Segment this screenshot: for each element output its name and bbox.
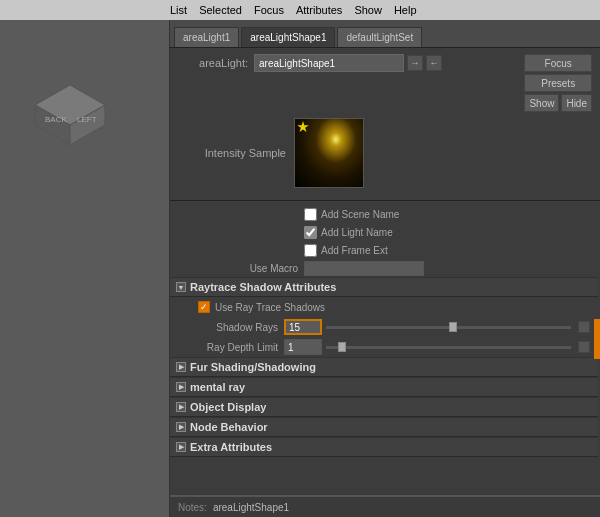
menu-show[interactable]: Show xyxy=(354,4,382,16)
show-button[interactable]: Show xyxy=(524,94,559,112)
main-layout: BACK LEFT areaLight1 areaLightShape1 def… xyxy=(0,20,600,517)
presets-button[interactable]: Presets xyxy=(524,74,592,92)
svg-text:BACK: BACK xyxy=(45,115,67,124)
notes-bar: Notes: areaLightShape1 xyxy=(170,495,600,517)
tab-arealightshape1[interactable]: areaLightShape1 xyxy=(241,27,335,47)
objdisplay-section-header[interactable]: ▶ Object Display xyxy=(170,397,598,417)
use-raytrace-row: Use Ray Trace Shadows xyxy=(170,297,598,317)
arrow-out-icon[interactable]: ← xyxy=(426,55,442,71)
add-light-name-checkbox[interactable] xyxy=(304,226,317,239)
intensity-row: Intensity Sample xyxy=(178,112,592,194)
shadow-rays-label: Shadow Rays xyxy=(178,322,278,333)
menu-attributes[interactable]: Attributes xyxy=(296,4,342,16)
extraattrib-section-header[interactable]: ▶ Extra Attributes xyxy=(170,437,598,457)
focus-button[interactable]: Focus xyxy=(524,54,592,72)
arealight-field[interactable] xyxy=(254,54,404,72)
mentalray-title: mental ray xyxy=(190,381,245,393)
mentalray-arrow-icon: ▶ xyxy=(176,382,186,392)
add-scene-name-label: Add Scene Name xyxy=(321,209,399,220)
objdisplay-title: Object Display xyxy=(190,401,266,413)
tab-arealight1[interactable]: areaLight1 xyxy=(174,27,239,47)
add-light-name-row: Add Light Name xyxy=(170,223,598,241)
ray-depth-slider-container xyxy=(284,339,590,355)
attributes-area: Add Scene Name Add Light Name Add Frame … xyxy=(170,201,600,495)
ray-depth-field[interactable] xyxy=(284,339,322,355)
nodebehavior-section-header[interactable]: ▶ Node Behavior xyxy=(170,417,598,437)
menu-list[interactable]: List xyxy=(170,4,187,16)
use-raytrace-label: Use Ray Trace Shadows xyxy=(215,302,325,313)
scroll-indicator xyxy=(594,319,600,359)
add-scene-name-checkbox[interactable] xyxy=(304,208,317,221)
shadow-rays-row: Shadow Rays xyxy=(170,317,598,337)
add-scene-name-row: Add Scene Name xyxy=(170,205,598,223)
menu-bar: List Selected Focus Attributes Show Help xyxy=(0,0,600,20)
shadow-rays-icon[interactable] xyxy=(578,321,590,333)
notes-label: Notes: xyxy=(178,502,207,513)
use-macro-label: Use Macro xyxy=(178,263,298,274)
cube-widget: BACK LEFT xyxy=(20,50,120,152)
viewport-panel: BACK LEFT xyxy=(0,20,170,517)
add-frame-ext-label: Add Frame Ext xyxy=(321,245,388,256)
extraattrib-title: Extra Attributes xyxy=(190,441,272,453)
arealight-label: areaLight: xyxy=(178,57,248,69)
use-raytrace-checkbox[interactable] xyxy=(198,301,210,313)
top-controls: areaLight: → ← Focus Presets Show Hide xyxy=(170,48,600,201)
shadow-rays-slider-container xyxy=(284,319,590,335)
add-frame-ext-checkbox[interactable] xyxy=(304,244,317,257)
svg-text:LEFT: LEFT xyxy=(77,115,97,124)
intensity-star-icon xyxy=(297,121,309,133)
mentalray-section-header[interactable]: ▶ mental ray xyxy=(170,377,598,397)
cube-svg: BACK LEFT xyxy=(20,50,120,150)
tab-defaultlightset[interactable]: defaultLightSet xyxy=(337,27,422,47)
nodebehavior-arrow-icon: ▶ xyxy=(176,422,186,432)
shadow-rays-field[interactable] xyxy=(284,319,322,335)
ray-depth-track[interactable] xyxy=(326,346,571,349)
hide-button[interactable]: Hide xyxy=(561,94,592,112)
arrow-in-icon[interactable]: → xyxy=(407,55,423,71)
objdisplay-arrow-icon: ▶ xyxy=(176,402,186,412)
fur-title: Fur Shading/Shadowing xyxy=(190,361,316,373)
attribute-editor: areaLight1 areaLightShape1 defaultLightS… xyxy=(170,20,600,517)
ray-depth-label: Ray Depth Limit xyxy=(178,342,278,353)
extraattrib-arrow-icon: ▶ xyxy=(176,442,186,452)
attributes-content[interactable]: Add Scene Name Add Light Name Add Frame … xyxy=(170,201,600,495)
raytrace-arrow-icon: ▼ xyxy=(176,282,186,292)
menu-selected[interactable]: Selected xyxy=(199,4,242,16)
shadow-rays-thumb[interactable] xyxy=(449,322,457,332)
ray-depth-row: Ray Depth Limit xyxy=(170,337,598,357)
fur-section-header[interactable]: ▶ Fur Shading/Shadowing xyxy=(170,357,598,377)
add-frame-ext-row: Add Frame Ext xyxy=(170,241,598,259)
raytrace-title: Raytrace Shadow Attributes xyxy=(190,281,336,293)
nodebehavior-title: Node Behavior xyxy=(190,421,268,433)
use-macro-row: Use Macro xyxy=(170,259,598,277)
menu-focus[interactable]: Focus xyxy=(254,4,284,16)
macro-field[interactable] xyxy=(304,261,424,276)
menu-help[interactable]: Help xyxy=(394,4,417,16)
add-light-name-label: Add Light Name xyxy=(321,227,393,238)
ray-depth-thumb[interactable] xyxy=(338,342,346,352)
raytrace-section-header[interactable]: ▼ Raytrace Shadow Attributes xyxy=(170,277,598,297)
arealight-row: areaLight: → ← xyxy=(178,54,442,72)
fur-arrow-icon: ▶ xyxy=(176,362,186,372)
ray-depth-icon[interactable] xyxy=(578,341,590,353)
shadow-rays-track[interactable] xyxy=(326,326,571,329)
intensity-label: Intensity Sample xyxy=(186,147,286,159)
tab-bar: areaLight1 areaLightShape1 defaultLightS… xyxy=(170,20,600,48)
notes-value: areaLightShape1 xyxy=(213,502,289,513)
intensity-sample xyxy=(294,118,364,188)
